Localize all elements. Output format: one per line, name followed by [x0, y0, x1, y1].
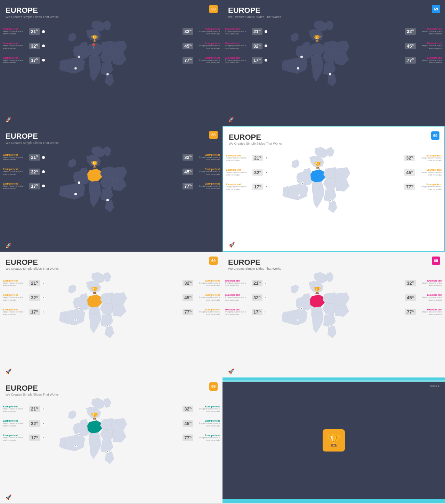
- slide-4-subtitle: We Creates Simple Slides That Works: [229, 142, 439, 145]
- badge-slide7: 69: [209, 382, 218, 391]
- slide-grid: 69 EUROPE We Creates Simple Slides That …: [0, 0, 445, 503]
- slide-3-title: EUROPE: [6, 132, 217, 140]
- slide-2-subtitle: We Creates Simple Slides That Works: [228, 15, 439, 19]
- badge-slide5: 69: [209, 257, 218, 265]
- slide-1: 69 EUROPE We Creates Simple Slides That …: [0, 0, 222, 126]
- badge-slide6: 69: [432, 257, 440, 265]
- slide-1-title: EUROPE: [6, 6, 217, 15]
- rocket-icon-1: 🚀: [6, 117, 11, 122]
- rocket-icon-4: 🚀: [229, 242, 235, 247]
- slide-5: 69 EUROPE We Creates Simple Slides That …: [0, 252, 222, 377]
- map-1: 📍 🏆: [33, 19, 151, 106]
- map-5: 🏆: [33, 271, 151, 358]
- slide-cover: slides & 🏆: [222, 377, 445, 503]
- slide-2-title: EUROPE: [228, 6, 439, 15]
- slide-6-subtitle: We Creates Simple Slides That Works: [228, 267, 439, 270]
- stats-right-1: 32% Example text Integer posuere erat a …: [183, 28, 220, 64]
- badge-slide1: 69: [209, 5, 218, 13]
- slide-4: 69 EUROPE We Creates Simple Slides That …: [222, 126, 445, 252]
- slide-5-title: EUROPE: [6, 258, 217, 267]
- stats-right-2: 32% Example text Integer posuere erat a …: [405, 28, 442, 64]
- slide-7: 69 EUROPE We Creates Simple Slides That …: [0, 377, 222, 503]
- badge-slide2: 69: [432, 5, 440, 13]
- rocket-icon-7: 🚀: [6, 494, 11, 500]
- slide-4-title: EUROPE: [229, 133, 439, 142]
- slide-6: 69 EUROPE We Creates Simple Slides That …: [222, 252, 445, 377]
- cover-icon: 🏆: [323, 429, 345, 452]
- map-2: 🏆: [256, 19, 374, 106]
- map-4: 🏆: [256, 146, 374, 233]
- rocket-icon-2: 🚀: [228, 117, 234, 122]
- map-pin-1: 🏆: [91, 35, 98, 42]
- slide-6-title: EUROPE: [228, 258, 439, 267]
- slide-7-title: EUROPE: [6, 384, 217, 393]
- badge-slide4: 69: [431, 131, 439, 140]
- slide-3-subtitle: We Creates Simple Slides That Works: [6, 141, 217, 145]
- svg-text:📍: 📍: [90, 43, 97, 49]
- slide-1-subtitle: We Creates Simple Slides That Works: [6, 15, 217, 19]
- slide-3: 89 EUROPE We Creates Simple Slides That …: [0, 126, 222, 252]
- map-3: 🏆: [33, 145, 151, 232]
- rocket-icon-3: 🚀: [6, 243, 11, 248]
- cover-text: slides &: [430, 384, 439, 388]
- slide-5-subtitle: We Creates Simple Slides That Works: [6, 267, 217, 270]
- map-pin-2: 🏆: [313, 35, 321, 42]
- rocket-icon-6: 🚀: [228, 368, 234, 374]
- slide-7-subtitle: We Creates Simple Slides That Works: [6, 393, 217, 396]
- rocket-icon-5: 🚀: [6, 368, 11, 374]
- map-6: 🏆: [256, 271, 374, 358]
- badge-slide3: 89: [209, 131, 218, 139]
- map-7: 🏆: [33, 397, 151, 483]
- slide-2: 69 EUROPE We Creates Simple Slides That …: [222, 0, 445, 126]
